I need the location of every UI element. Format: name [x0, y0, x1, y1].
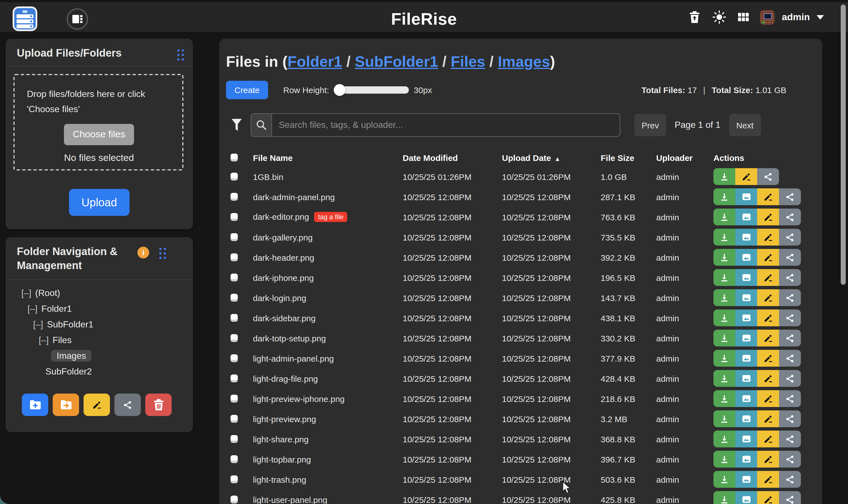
- tree-toggle-icon[interactable]: [–]: [28, 304, 38, 313]
- edit-button[interactable]: [757, 269, 779, 286]
- row-checkbox[interactable]: [230, 375, 238, 382]
- preview-button[interactable]: [735, 249, 757, 266]
- column-header-date-modified[interactable]: Date Modified: [403, 153, 502, 162]
- file-name[interactable]: dark-login.png: [253, 293, 306, 303]
- download-button[interactable]: [713, 471, 735, 488]
- breadcrumb-link[interactable]: Files: [450, 53, 485, 70]
- edit-button[interactable]: [757, 309, 779, 326]
- file-name[interactable]: light-preview.png: [253, 414, 316, 424]
- preview-button[interactable]: [735, 309, 757, 326]
- download-button[interactable]: [713, 309, 735, 326]
- preview-button[interactable]: [735, 451, 757, 468]
- breadcrumb-link[interactable]: Images: [498, 53, 550, 70]
- rename-folder-button[interactable]: [84, 394, 110, 416]
- edit-button[interactable]: [757, 209, 779, 226]
- share-button[interactable]: [757, 168, 779, 185]
- preview-button[interactable]: [735, 330, 757, 346]
- username-label[interactable]: admin: [782, 12, 810, 23]
- row-checkbox[interactable]: [230, 395, 238, 402]
- download-button[interactable]: [713, 289, 735, 306]
- row-checkbox[interactable]: [230, 435, 238, 443]
- row-checkbox[interactable]: [230, 294, 238, 302]
- edit-button[interactable]: [757, 188, 779, 205]
- download-button[interactable]: [713, 410, 735, 427]
- row-height-slider[interactable]: [335, 86, 409, 93]
- tree-label[interactable]: Files: [53, 335, 72, 345]
- drop-zone[interactable]: Drop files/folders here or click 'Choose…: [14, 74, 183, 170]
- download-button[interactable]: [713, 370, 735, 387]
- search-input[interactable]: [271, 113, 620, 137]
- download-button[interactable]: [713, 451, 735, 468]
- tree-label[interactable]: Images: [51, 350, 92, 362]
- edit-button[interactable]: [757, 471, 779, 488]
- share-folder-button[interactable]: [114, 394, 141, 416]
- prev-page-button[interactable]: Prev: [634, 114, 666, 136]
- file-name[interactable]: light-drag-file.png: [253, 374, 318, 383]
- download-button[interactable]: [713, 491, 735, 504]
- preview-button[interactable]: [735, 188, 757, 205]
- download-button[interactable]: [713, 269, 735, 286]
- preview-button[interactable]: [735, 431, 757, 447]
- share-button[interactable]: [779, 289, 801, 306]
- column-header-actions[interactable]: Actions: [713, 153, 809, 162]
- file-name[interactable]: dark-admin-panel.png: [253, 192, 335, 201]
- share-button[interactable]: [779, 350, 801, 367]
- file-name[interactable]: light-topbar.png: [253, 454, 311, 464]
- tree-label[interactable]: SubFolder2: [46, 367, 92, 376]
- next-page-button[interactable]: Next: [729, 114, 761, 136]
- share-button[interactable]: [779, 209, 801, 226]
- file-name[interactable]: dark-gallery.png: [253, 232, 313, 242]
- edit-button[interactable]: [757, 431, 779, 447]
- tree-toggle-icon[interactable]: [–]: [33, 320, 43, 329]
- edit-button[interactable]: [757, 390, 779, 407]
- preview-button[interactable]: [735, 229, 757, 246]
- file-name[interactable]: light-share.png: [253, 434, 308, 444]
- tree-toggle-icon[interactable]: [–]: [39, 335, 49, 345]
- row-checkbox[interactable]: [230, 193, 238, 201]
- preview-button[interactable]: [735, 491, 757, 504]
- preview-button[interactable]: [735, 471, 757, 488]
- preview-button[interactable]: [735, 390, 757, 407]
- file-name[interactable]: light-admin-panel.png: [253, 354, 334, 363]
- preview-button[interactable]: [735, 209, 757, 226]
- row-checkbox[interactable]: [230, 233, 238, 241]
- row-checkbox[interactable]: [230, 334, 238, 342]
- share-button[interactable]: [779, 229, 801, 246]
- download-button[interactable]: [713, 249, 735, 266]
- row-checkbox[interactable]: [230, 173, 238, 181]
- row-checkbox[interactable]: [230, 213, 238, 221]
- share-button[interactable]: [779, 330, 801, 346]
- share-button[interactable]: [779, 309, 801, 326]
- select-all-checkbox[interactable]: [230, 154, 238, 161]
- preview-button[interactable]: [735, 289, 757, 306]
- drag-handle-icon[interactable]: [159, 248, 166, 259]
- share-button[interactable]: [779, 269, 801, 286]
- edit-button[interactable]: [757, 229, 779, 246]
- edit-button[interactable]: [757, 289, 779, 306]
- download-button[interactable]: [713, 229, 735, 246]
- tree-item-root[interactable]: [–](Root): [6, 285, 193, 301]
- download-button[interactable]: [713, 390, 735, 407]
- download-button[interactable]: [713, 350, 735, 367]
- filter-funnel-icon[interactable]: [231, 119, 242, 131]
- file-name[interactable]: 1GB.bin: [253, 172, 283, 181]
- edit-button[interactable]: [757, 350, 779, 367]
- file-name[interactable]: light-trash.png: [253, 474, 306, 484]
- column-header-uploader[interactable]: Uploader: [656, 153, 713, 162]
- breadcrumb-link[interactable]: SubFolder1: [355, 53, 438, 70]
- apps-grid-icon[interactable]: [738, 12, 749, 22]
- create-button[interactable]: Create: [226, 80, 268, 99]
- file-name[interactable]: light-preview-iphone.png: [253, 394, 344, 403]
- breadcrumb-link[interactable]: Folder1: [287, 53, 342, 70]
- download-button[interactable]: [713, 330, 735, 346]
- tree-item-images[interactable]: Images: [6, 348, 193, 364]
- edit-button[interactable]: [735, 168, 757, 185]
- file-name[interactable]: dark-header.png: [253, 253, 314, 262]
- tree-label[interactable]: Folder1: [41, 304, 72, 313]
- file-name[interactable]: dark-iphone.png: [253, 273, 314, 282]
- share-button[interactable]: [779, 431, 801, 447]
- row-checkbox[interactable]: [230, 274, 238, 282]
- row-checkbox[interactable]: [230, 496, 238, 503]
- edit-button[interactable]: [757, 370, 779, 387]
- row-checkbox[interactable]: [230, 475, 238, 483]
